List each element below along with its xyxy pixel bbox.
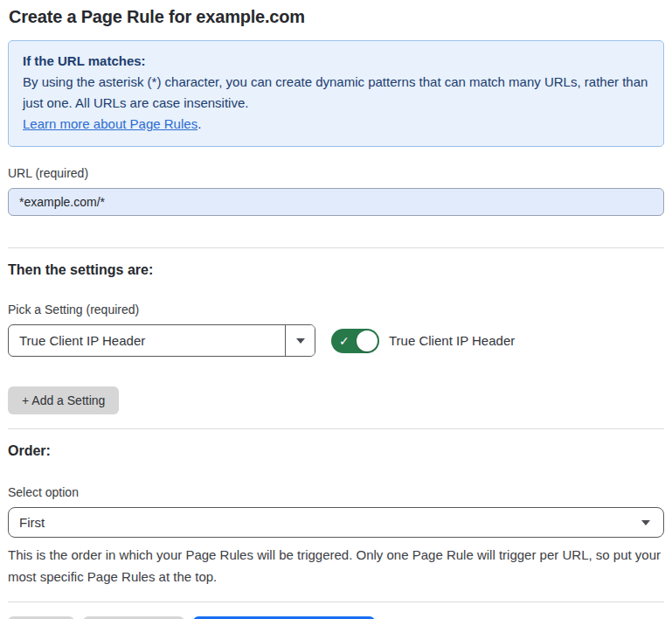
order-select-label: Select option xyxy=(8,485,664,499)
order-select-value: First xyxy=(19,515,45,530)
setting-select-value: True Client IP Header xyxy=(9,325,285,356)
divider xyxy=(8,247,664,248)
setting-select-arrow-button[interactable] xyxy=(285,325,315,356)
order-section-heading: Order: xyxy=(8,443,664,459)
order-help-text: This is the order in which your Page Rul… xyxy=(8,544,664,588)
order-select[interactable]: First xyxy=(8,507,664,538)
setting-row: True Client IP Header ✓ True Client IP H… xyxy=(8,324,664,357)
setting-select[interactable]: True Client IP Header xyxy=(8,324,315,357)
url-label: URL (required) xyxy=(8,166,664,180)
pick-setting-label: Pick a Setting (required) xyxy=(8,303,664,316)
page-title: Create a Page Rule for example.com xyxy=(9,7,664,27)
info-box-link-line: Learn more about Page Rules. xyxy=(23,114,649,135)
info-box-body: By using the asterisk (*) character, you… xyxy=(23,72,649,114)
learn-more-link[interactable]: Learn more about Page Rules xyxy=(23,116,197,131)
link-period: . xyxy=(197,116,201,131)
divider xyxy=(8,428,664,429)
add-setting-button[interactable]: + Add a Setting xyxy=(8,386,119,414)
chevron-down-icon xyxy=(641,520,650,525)
chevron-down-icon xyxy=(296,338,305,344)
toggle-label: True Client IP Header xyxy=(389,333,515,348)
check-icon: ✓ xyxy=(339,335,350,347)
true-client-ip-toggle[interactable]: ✓ xyxy=(331,329,379,353)
page-rule-form: Create a Page Rule for example.com If th… xyxy=(0,0,672,619)
divider xyxy=(8,602,664,602)
url-match-info-box: If the URL matches: By using the asteris… xyxy=(8,40,664,147)
settings-section-heading: Then the settings are: xyxy=(8,262,664,278)
url-input[interactable] xyxy=(8,188,664,216)
info-box-heading: If the URL matches: xyxy=(23,51,649,72)
toggle-knob xyxy=(357,330,378,351)
